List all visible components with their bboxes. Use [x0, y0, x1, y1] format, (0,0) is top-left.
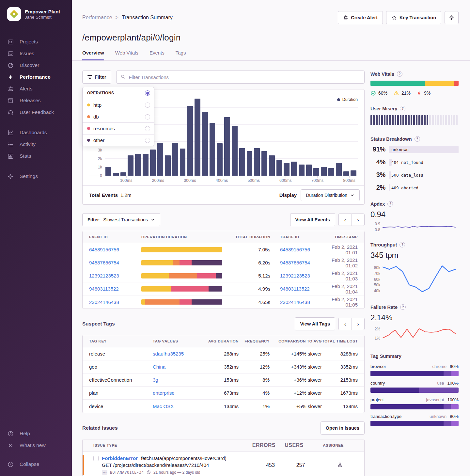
- operations-dropdown-header[interactable]: OPERATIONS: [83, 87, 154, 99]
- operation-option-resources[interactable]: resources: [83, 123, 154, 135]
- histogram-bar[interactable]: [113, 173, 119, 176]
- help-question-icon[interactable]: ?: [387, 201, 393, 207]
- histogram-bar[interactable]: [224, 117, 230, 176]
- histogram-bar[interactable]: [247, 151, 253, 176]
- event-id-link[interactable]: 12392123523: [89, 273, 141, 278]
- tag-value-link[interactable]: 3g: [153, 377, 201, 383]
- histogram-bar[interactable]: [299, 165, 305, 176]
- tab-tags[interactable]: Tags: [176, 50, 186, 60]
- histogram-bar[interactable]: [291, 162, 297, 176]
- sidebar-item-help[interactable]: Help: [7, 428, 72, 439]
- event-id-link[interactable]: 94803113522: [89, 286, 141, 292]
- create-alert-button[interactable]: Create Alert: [338, 11, 383, 24]
- operations-all-radio[interactable]: [145, 90, 150, 96]
- tag-summary-bar[interactable]: [370, 404, 459, 409]
- histogram-bar[interactable]: [120, 172, 126, 176]
- view-all-events-button[interactable]: View All Events: [290, 213, 335, 226]
- histogram-bar[interactable]: [143, 154, 149, 176]
- help-question-icon[interactable]: ?: [400, 242, 405, 247]
- histogram-bar[interactable]: [195, 99, 200, 176]
- sidebar-item-what-s-new[interactable]: What's new: [7, 439, 72, 451]
- histogram-bar[interactable]: [202, 112, 208, 176]
- operation-radio[interactable]: [145, 138, 150, 143]
- assignee-icon[interactable]: [337, 462, 343, 469]
- trace-id-link[interactable]: 12392123523: [270, 273, 327, 278]
- open-in-issues-button[interactable]: Open in Issues: [321, 421, 365, 435]
- filter-button[interactable]: Filter: [82, 71, 111, 84]
- tab-events[interactable]: Events: [149, 50, 164, 60]
- tag-summary-bar[interactable]: [370, 421, 459, 426]
- histogram-bar[interactable]: [150, 150, 156, 176]
- sidebar-item-alerts[interactable]: Alerts: [7, 83, 72, 95]
- histogram-bar[interactable]: [128, 155, 133, 176]
- events-filter-select[interactable]: Filter: Slowest Transactions: [82, 213, 160, 226]
- search-input[interactable]: [129, 74, 360, 80]
- histogram-bar[interactable]: [254, 148, 260, 176]
- tag-summary-bar[interactable]: [370, 371, 459, 376]
- histogram-bar[interactable]: [343, 171, 349, 176]
- event-id-link[interactable]: 94587656754: [89, 260, 141, 265]
- events-next-button[interactable]: ›: [352, 214, 365, 226]
- sidebar-item-performance[interactable]: Performance: [7, 71, 72, 83]
- tab-web-vitals[interactable]: Web Vitals: [115, 50, 138, 60]
- histogram-bar[interactable]: [276, 160, 282, 176]
- sidebar-item-projects[interactable]: Projects: [7, 36, 72, 48]
- histogram-bar[interactable]: [321, 167, 327, 176]
- org-switcher[interactable]: Empower Plant Jane Schmidt: [7, 7, 72, 21]
- histogram-bar[interactable]: [269, 155, 275, 176]
- help-question-icon[interactable]: ?: [415, 136, 420, 142]
- histogram-bar[interactable]: [261, 151, 267, 176]
- operation-radio[interactable]: [145, 103, 150, 108]
- operation-option-http[interactable]: http: [83, 99, 154, 111]
- histogram-bar[interactable]: [284, 163, 290, 176]
- sidebar-item-issues[interactable]: Issues: [7, 48, 72, 59]
- trace-id-link[interactable]: 64589156756: [270, 247, 327, 252]
- help-question-icon[interactable]: ?: [397, 71, 402, 77]
- sidebar-item-stats[interactable]: Stats: [7, 150, 72, 162]
- tag-value-link[interactable]: enterprise: [153, 390, 201, 396]
- chart-legend[interactable]: Duration: [337, 97, 358, 102]
- histogram-bar[interactable]: [313, 168, 319, 176]
- issue-checkbox[interactable]: [93, 456, 99, 461]
- help-question-icon[interactable]: ?: [400, 304, 406, 310]
- histogram-bar[interactable]: [157, 143, 163, 176]
- histogram-bar[interactable]: [336, 163, 342, 176]
- trace-id-link[interactable]: 94803113522: [270, 286, 327, 292]
- histogram-bar[interactable]: [187, 106, 193, 176]
- tag-value-link[interactable]: Mac OSX: [153, 404, 201, 409]
- sidebar-item-user-feedback[interactable]: User Feedback: [7, 106, 72, 118]
- histogram-bar[interactable]: [180, 149, 186, 176]
- histogram-bar[interactable]: [217, 143, 223, 176]
- sidebar-item-releases[interactable]: Releases: [7, 95, 72, 106]
- sidebar-item-discover[interactable]: Discover: [7, 59, 72, 71]
- histogram-bar[interactable]: [351, 170, 356, 176]
- sidebar-item-collapse[interactable]: Collapse: [7, 458, 72, 470]
- breadcrumb-performance[interactable]: Performance: [82, 15, 112, 21]
- histogram-bar[interactable]: [232, 126, 238, 176]
- tag-value-link[interactable]: sdaufhu35235: [153, 351, 201, 357]
- sidebar-item-dashboards[interactable]: Dashboards: [7, 127, 72, 138]
- event-id-link[interactable]: 23024146438: [89, 299, 141, 305]
- operation-radio[interactable]: [145, 114, 150, 119]
- operation-radio[interactable]: [145, 126, 150, 131]
- tag-summary-bar[interactable]: [370, 388, 459, 393]
- sidebar-item-settings[interactable]: Settings: [7, 170, 72, 182]
- transaction-settings-button[interactable]: [445, 11, 459, 24]
- tags-next-button[interactable]: ›: [352, 318, 365, 330]
- trace-id-link[interactable]: 94587656754: [270, 260, 327, 265]
- view-all-tags-button[interactable]: View All Tags: [295, 317, 335, 330]
- operation-option-other[interactable]: other: [83, 135, 154, 146]
- events-prev-button[interactable]: ‹: [338, 214, 352, 226]
- tab-overview[interactable]: Overview: [82, 50, 104, 60]
- histogram-bar[interactable]: [105, 167, 111, 176]
- tag-value-link[interactable]: China: [153, 364, 201, 370]
- histogram-bar[interactable]: [172, 143, 178, 176]
- sidebar-item-activity[interactable]: Activity: [7, 138, 72, 150]
- event-id-link[interactable]: 64589156756: [89, 247, 141, 252]
- histogram-bar[interactable]: [306, 165, 312, 176]
- help-question-icon[interactable]: ?: [400, 106, 405, 111]
- histogram-bar[interactable]: [165, 155, 171, 176]
- issue-row[interactable]: ForbiddenError fetchData(app/components/…: [83, 452, 364, 476]
- tags-prev-button[interactable]: ‹: [338, 318, 352, 330]
- key-transaction-button[interactable]: Key Transaction: [386, 11, 441, 24]
